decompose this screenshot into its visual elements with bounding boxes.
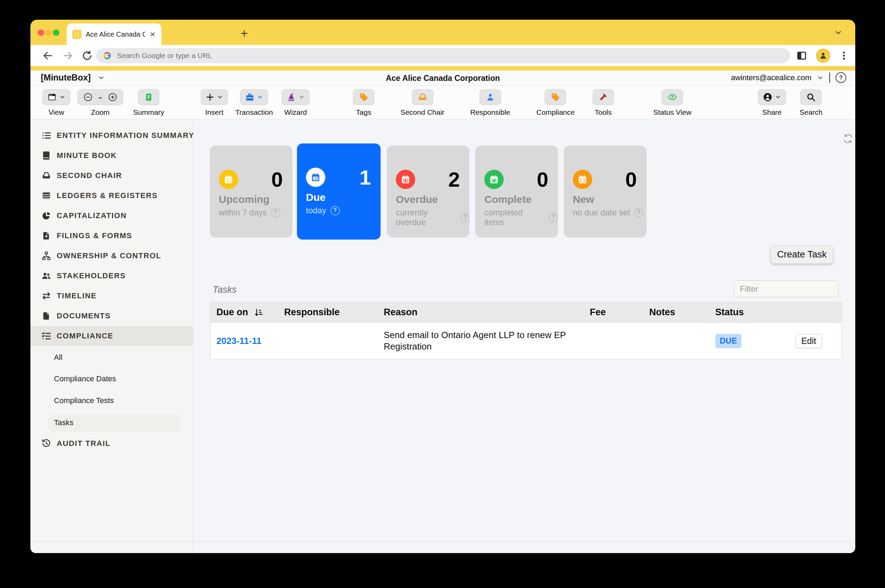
card-title: Overdue (396, 194, 438, 206)
toolbar-search[interactable]: Search (800, 89, 823, 117)
card-sublabel: completed items (484, 208, 544, 227)
toolbar-status-view[interactable]: Status View (653, 89, 692, 117)
card-overdue[interactable]: 2 Overdue currently overdue? (387, 146, 470, 237)
address-bar[interactable]: Search Google or type a URL (96, 48, 790, 63)
help-icon[interactable]: ? (460, 213, 470, 222)
sidebar-subitem-tasks[interactable]: Tasks (30, 414, 193, 432)
toolbar-tools[interactable]: Tools (592, 89, 614, 117)
minimize-window-button[interactable] (45, 29, 52, 36)
zoom-window-button[interactable] (53, 29, 60, 36)
window-view-icon (47, 92, 57, 102)
help-button[interactable]: ? (836, 72, 846, 83)
footer-divider (30, 542, 855, 542)
column-status[interactable]: Status (715, 307, 842, 318)
browser-menu-icon[interactable] (838, 51, 849, 61)
card-title: Complete (484, 194, 532, 206)
card-sublabel: no due date set (573, 208, 630, 218)
zoom-out-icon[interactable] (83, 92, 93, 102)
sidebar-item-compliance[interactable]: COMPLIANCE (30, 326, 193, 346)
card-count: 2 (448, 168, 460, 192)
reload-button[interactable] (82, 50, 93, 61)
toolbar-responsible[interactable]: Responsible (470, 89, 510, 117)
card-count: 0 (626, 168, 637, 192)
toolbar-insert[interactable]: Insert (201, 89, 228, 117)
column-notes[interactable]: Notes (649, 307, 715, 318)
browser-tab[interactable]: [ ] Ace Alice Canada Corporation × (67, 24, 162, 45)
sidebar-item-filings-forms[interactable]: FILINGS & FORMS (30, 226, 193, 246)
sidebar-item-documents[interactable]: DOCUMENTS (30, 306, 193, 326)
forward-button[interactable] (62, 50, 73, 61)
address-bar-placeholder: Search Google or type a URL (117, 51, 212, 60)
new-tab-button[interactable]: + (241, 27, 248, 40)
toolbar-summary[interactable]: Summary (133, 89, 164, 117)
card-upcoming[interactable]: 0 Upcoming within 7 days? (210, 146, 292, 237)
chevron-down-icon (217, 94, 224, 100)
content-area: ENTITY INFORMATION SUMMARY MINUTE BOOK S… (30, 119, 855, 553)
due-date-link[interactable]: 2023-11-11 (216, 336, 261, 346)
sidebar-item-second-chair[interactable]: SECOND CHAIR (30, 166, 193, 186)
card-due[interactable]: 1 Due today? (297, 144, 381, 240)
sidebar-item-minute-book[interactable]: MINUTE BOOK (30, 146, 193, 166)
sidebar-item-timeline[interactable]: TIMELINE (30, 286, 193, 306)
card-sublabel: within 7 days (219, 208, 267, 218)
column-due-on[interactable]: Due on (210, 307, 284, 318)
zoom-in-icon[interactable] (108, 92, 117, 102)
toolbar-wizard[interactable]: Wizard (282, 89, 310, 117)
back-button[interactable] (42, 50, 53, 61)
card-title: New (573, 194, 594, 206)
filter-input[interactable] (734, 280, 838, 297)
hierarchy-icon (41, 250, 52, 261)
sort-descending-icon[interactable] (254, 308, 263, 317)
sidebar-item-capitalization[interactable]: CAPITALIZATION (30, 206, 193, 226)
close-window-button[interactable] (38, 29, 44, 36)
google-logo-icon (102, 51, 112, 60)
browser-profile-avatar[interactable] (816, 48, 830, 63)
sidebar-item-ownership-control[interactable]: OWNERSHIP & CONTROL (30, 246, 193, 266)
edit-button[interactable]: Edit (795, 334, 822, 348)
card-new[interactable]: 0 New no due date set? (564, 146, 646, 237)
side-panel-icon[interactable] (796, 51, 807, 61)
toolbar-tags[interactable]: Tags (353, 89, 374, 117)
sidebar-item-audit-trail[interactable]: AUDIT TRAIL (30, 434, 193, 453)
toolbar-second-chair[interactable]: Second Chair (400, 89, 444, 117)
eye-icon (667, 92, 678, 102)
hammer-icon (598, 92, 608, 102)
pie-chart-icon (41, 210, 52, 221)
tab-strip: [ ] Ace Alice Canada Corporation × + (30, 20, 855, 45)
card-count: 0 (537, 168, 548, 192)
toolbar-view[interactable]: View (42, 89, 70, 117)
sidebar-item-stakeholders[interactable]: STAKEHOLDERS (30, 266, 193, 286)
list-icon (41, 130, 52, 141)
wizard-icon (286, 92, 296, 102)
refresh-icon[interactable] (843, 133, 854, 144)
ledger-table-icon (41, 190, 52, 201)
sidebar-subitem-compliance-tests[interactable]: Compliance Tests (30, 392, 193, 410)
summary-document-icon (144, 92, 153, 102)
column-fee[interactable]: Fee (590, 307, 649, 318)
table-row: 2023-11-11 Send email to Ontario Agent L… (210, 322, 842, 359)
card-complete[interactable]: 0 Complete completed items? (476, 146, 558, 237)
book-icon (41, 150, 52, 161)
sidebar-subitem-compliance-dates[interactable]: Compliance Dates (30, 370, 193, 388)
toolbar-transaction[interactable]: Transaction (236, 89, 273, 117)
sidebar-item-ledgers-registers[interactable]: LEDGERS & REGISTERS (30, 186, 193, 206)
help-icon[interactable]: ? (271, 208, 280, 218)
sidebar-item-entity-information-summary[interactable]: ENTITY INFORMATION SUMMARY (30, 126, 193, 146)
toolbar-compliance[interactable]: Compliance (537, 89, 575, 117)
column-responsible[interactable]: Responsible (284, 307, 384, 318)
help-icon[interactable]: ? (634, 208, 644, 218)
sidebar-subitem-all[interactable]: All (30, 348, 193, 366)
help-icon[interactable]: ? (549, 213, 558, 222)
user-menu-chevron-icon[interactable] (817, 74, 824, 81)
column-reason[interactable]: Reason (384, 307, 590, 318)
toolbar-share[interactable]: Share (758, 89, 786, 117)
zoom-dash: - (95, 92, 105, 103)
toolbar-zoom[interactable]: - Zoom (77, 89, 123, 117)
tab-close-icon[interactable]: × (149, 30, 156, 39)
create-task-button[interactable]: Create Task (771, 245, 833, 264)
tab-search-chevron-icon[interactable] (833, 29, 843, 36)
help-icon[interactable]: ? (330, 206, 340, 215)
calendar-alert-icon (396, 170, 415, 189)
card-count: 0 (272, 168, 283, 192)
chevron-down-icon (60, 94, 66, 100)
